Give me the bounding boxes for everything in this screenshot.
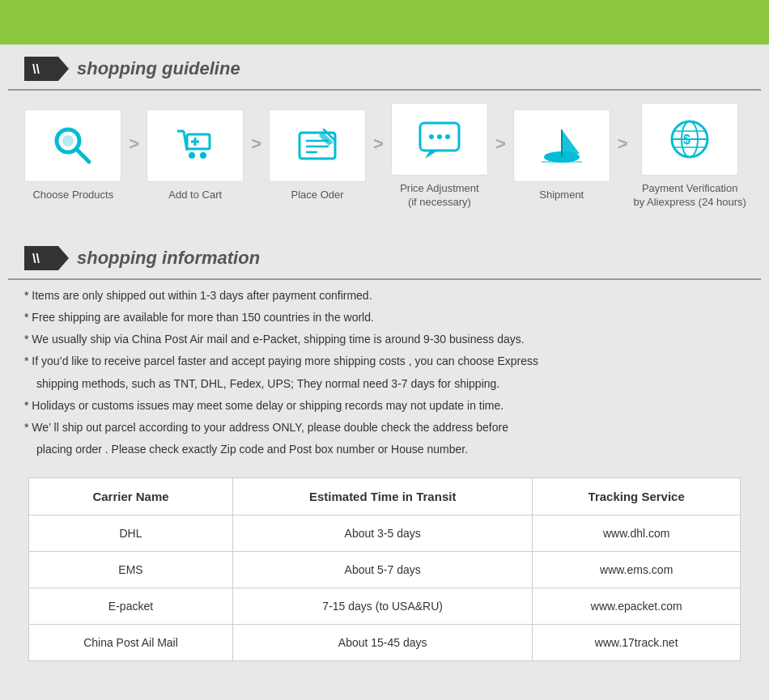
step-icon-add-to-cart [147,109,244,182]
step-choose-products: Choose Products [20,109,125,202]
step-price-adjustment: Price Adjustment (if necessary) [387,103,492,210]
step-label-choose-products: Choose Products [32,189,113,202]
cell-tracking-2: www.epacket.com [533,588,741,625]
guideline-header: \\ shopping guideline [8,49,761,91]
info-text-block: * Items are only shipped out within 1-3 … [0,280,769,466]
svg-text:\\: \\ [32,252,40,265]
table-row: E-packet 7-15 days (to USA&RU) www.epack… [29,588,741,625]
search-icon [49,121,97,170]
svg-marker-24 [562,129,580,154]
shipping-table: Carrier Name Estimated Time in Transit T… [28,477,741,661]
step-label-place-order: Place Oder [291,189,344,202]
step-icon-shipment [513,109,610,182]
section-header-icon: \\ [24,57,69,81]
cell-carrier-0: DHL [29,515,233,552]
step-icon-choose-products [24,109,121,182]
svg-point-8 [189,152,195,159]
chat-icon [415,115,464,163]
steps-container: Choose Products > Add to Cart > [0,91,769,222]
step-label-shipment: Shipment [539,189,584,202]
table-row: DHL About 3-5 days www.dhl.com [29,515,741,552]
cell-time-1: About 5-7 days [232,552,532,588]
svg-marker-33 [24,246,69,270]
step-icon-place-order [269,109,366,182]
svg-text:\\: \\ [32,62,40,76]
guideline-section: \\ shopping guideline Choose Products > [0,45,769,234]
step-label-payment-verification: Payment Verification by Aliexpress (24 h… [633,182,746,210]
svg-line-3 [77,150,89,162]
step-place-order: Place Oder [265,109,370,202]
info-line-1: * Items are only shipped out within 1-3 … [24,286,745,306]
cell-time-3: About 15-45 days [232,625,532,661]
step-icon-payment-verification: $ [641,103,738,176]
order-icon [293,121,342,170]
info-section: \\ shopping information * Items are only… [0,234,769,678]
step-add-to-cart: Add to Cart [142,109,248,202]
guideline-title: shopping guideline [77,58,240,79]
cell-carrier-1: EMS [29,552,233,588]
info-line-6b: placing order . Please check exactly Zip… [24,439,745,460]
cell-tracking-3: www.17track.net [533,625,741,661]
ship-icon [537,121,586,170]
arrow-5: > [618,134,628,155]
step-label-add-to-cart: Add to Cart [168,189,222,202]
cell-carrier-2: E-packet [29,588,233,625]
info-title: shopping information [77,248,260,269]
col-header-carrier: Carrier Name [29,478,233,515]
step-icon-price-adjustment [391,103,488,176]
info-line-5: * Holidays or customs issues may meet so… [24,396,745,416]
info-line-4b: shipping methods, such as TNT, DHL, Fede… [24,374,745,394]
payment-icon: $ [665,115,714,163]
table-container: Carrier Name Estimated Time in Transit T… [0,465,769,673]
info-header: \\ shopping information [8,238,761,280]
step-shipment: Shipment [509,109,614,202]
top-banner [0,0,769,45]
arrow-1: > [129,134,139,155]
arrow-2: > [251,134,261,155]
svg-point-9 [200,152,206,159]
col-header-tracking: Tracking Service [533,478,741,515]
cell-time-2: 7-15 days (to USA&RU) [232,588,532,625]
svg-marker-0 [24,57,69,81]
info-section-header-icon: \\ [24,246,69,270]
svg-point-21 [437,134,442,139]
info-line-4a: * If you’d like to receive parcel faster… [24,351,745,371]
table-row: EMS About 5-7 days www.ems.com [29,552,741,588]
cell-carrier-3: China Post Ail Mail [29,625,233,661]
svg-point-20 [429,134,434,139]
cell-tracking-0: www.dhl.com [533,515,741,552]
svg-text:$: $ [683,133,690,146]
arrow-3: > [373,134,384,155]
step-label-price-adjustment: Price Adjustment (if necessary) [400,182,479,210]
info-line-3: * We usually ship via China Post Air mai… [24,329,745,350]
arrow-4: > [495,134,506,155]
cell-tracking-1: www.ems.com [533,552,741,588]
svg-point-4 [62,135,74,146]
table-row: China Post Ail Mail About 15-45 days www… [29,625,741,661]
info-line-6a: * We’ ll ship out parcel according to yo… [24,418,745,438]
cell-time-0: About 3-5 days [232,515,532,552]
table-header-row: Carrier Name Estimated Time in Transit T… [29,478,741,515]
cart-icon [171,121,219,170]
step-payment-verification: $ Payment Verification by Aliexpress (24… [631,103,749,210]
col-header-time: Estimated Time in Transit [232,478,532,515]
info-line-2: * Free shipping are available for more t… [24,308,745,328]
svg-point-22 [445,134,450,139]
